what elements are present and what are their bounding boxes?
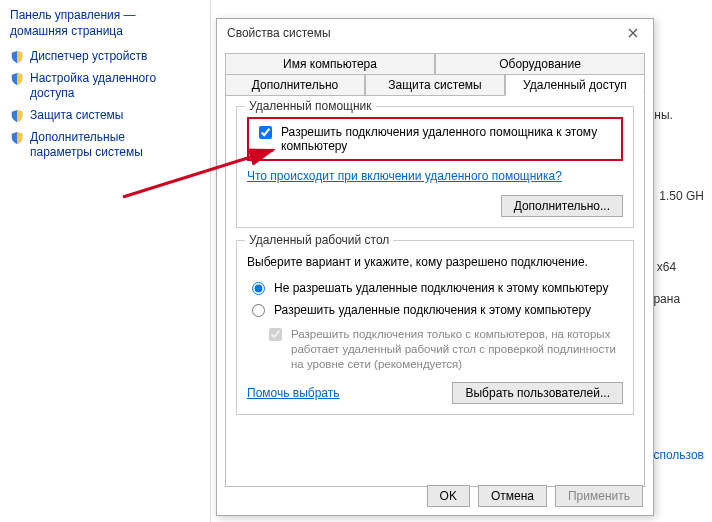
remote-desktop-description: Выберите вариант и укажите, кому разреше… <box>247 255 623 269</box>
nla-checkbox-row: Разрешить подключения только с компьютер… <box>265 327 623 372</box>
sidebar-item-system-protection[interactable]: Защита системы <box>10 108 190 124</box>
radio-allow-input[interactable] <box>252 304 265 317</box>
sidebar-item-label: Дополнительные параметры системы <box>30 130 190 161</box>
dialog-titlebar: Свойства системы <box>217 19 653 47</box>
radio-label: Разрешить удаленные подключения к этому … <box>274 303 591 317</box>
tab-advanced[interactable]: Дополнительно <box>225 74 365 95</box>
sidebar-item-device-manager[interactable]: Диспетчер устройств <box>10 49 190 65</box>
sidebar-item-label: Настройка удаленного доступа <box>30 71 190 102</box>
group-remote-assistance: Удаленный помощник Разрешить подключения… <box>236 106 634 228</box>
system-properties-dialog: Свойства системы Имя компьютера Оборудов… <box>216 18 654 516</box>
group-remote-desktop: Удаленный рабочий стол Выберите вариант … <box>236 240 634 415</box>
tab-hardware[interactable]: Оборудование <box>435 53 645 74</box>
tab-row-top: Имя компьютера Оборудование <box>225 53 645 74</box>
tab-computer-name[interactable]: Имя компьютера <box>225 53 435 74</box>
sidebar-item-remote-settings[interactable]: Настройка удаленного доступа <box>10 71 190 102</box>
dialog-title: Свойства системы <box>227 26 331 40</box>
nla-label: Разрешить подключения только с компьютер… <box>291 327 623 372</box>
cancel-button[interactable]: Отмена <box>478 485 547 507</box>
group-legend: Удаленный рабочий стол <box>245 233 393 247</box>
dialog-button-row: OK Отмена Применить <box>427 485 643 507</box>
tab-remote[interactable]: Удаленный доступ <box>505 74 645 96</box>
radio-allow-remote[interactable]: Разрешить удаленные подключения к этому … <box>247 303 623 317</box>
sidebar-item-label: Диспетчер устройств <box>30 49 147 65</box>
shield-icon <box>10 109 24 123</box>
shield-icon <box>10 72 24 86</box>
tab-system-protection[interactable]: Защита системы <box>365 74 505 95</box>
sidebar-item-advanced-settings[interactable]: Дополнительные параметры системы <box>10 130 190 161</box>
help-choose-link[interactable]: Помочь выбрать <box>247 386 340 400</box>
radio-label: Не разрешать удаленные подключения к это… <box>274 281 608 295</box>
apply-button[interactable]: Применить <box>555 485 643 507</box>
sidebar-title: Панель управления — домашняя страница <box>10 8 190 39</box>
group-legend: Удаленный помощник <box>245 99 376 113</box>
highlight-box: Разрешить подключения удаленного помощни… <box>247 117 623 161</box>
close-icon <box>628 28 638 38</box>
sidebar-item-label: Защита системы <box>30 108 123 124</box>
radio-deny-input[interactable] <box>252 282 265 295</box>
close-button[interactable] <box>619 23 647 43</box>
tab-panel-remote: Удаленный помощник Разрешить подключения… <box>225 95 645 487</box>
shield-icon <box>10 131 24 145</box>
ok-button[interactable]: OK <box>427 485 470 507</box>
allow-remote-assistance-checkbox[interactable] <box>259 126 272 139</box>
radio-deny-remote[interactable]: Не разрешать удаленные подключения к это… <box>247 281 623 295</box>
remote-assistance-help-link[interactable]: Что происходит при включении удаленного … <box>247 169 623 183</box>
control-panel-sidebar: Панель управления — домашняя страница Ди… <box>0 0 200 175</box>
shield-icon <box>10 50 24 64</box>
remote-assistance-advanced-button[interactable]: Дополнительно... <box>501 195 623 217</box>
nla-checkbox <box>269 328 282 341</box>
checkbox-label: Разрешить подключения удаленного помощни… <box>281 125 615 153</box>
tab-row-bottom: Дополнительно Защита системы Удаленный д… <box>225 74 645 95</box>
select-users-button[interactable]: Выбрать пользователей... <box>452 382 623 404</box>
